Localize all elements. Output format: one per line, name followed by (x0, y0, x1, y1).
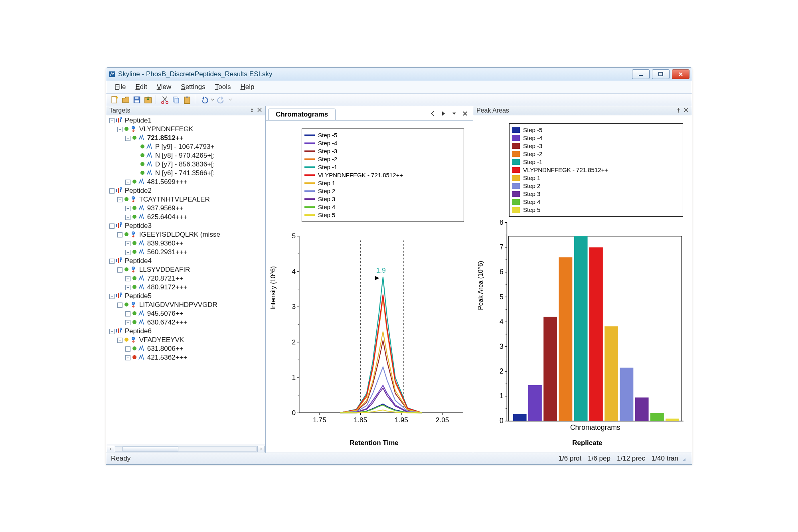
tree-peptide[interactable]: −P LITAIGDVVNHDPVVGDR+ 945.5076+++ 630.6… (117, 301, 265, 327)
close-button[interactable] (672, 69, 689, 79)
paste-icon[interactable] (183, 95, 192, 104)
chrom-chart[interactable]: 0123451.751.851.952.051.9 (279, 225, 469, 439)
peak-areas-header: Peak Areas (473, 106, 692, 115)
menu-tools[interactable]: Tools (215, 83, 231, 91)
status-prec: 1/12 prec (617, 455, 645, 463)
svg-rect-123 (604, 326, 618, 421)
peak-x-axis-label: Replicate (487, 439, 688, 447)
svg-rect-17 (120, 119, 121, 122)
peak-areas-title: Peak Areas (476, 107, 509, 114)
scroll-track[interactable] (115, 446, 257, 452)
targets-scrollbar[interactable] (106, 445, 265, 453)
targets-tree[interactable]: −P Peptide1−P VLYPNDNFFEGK− 721.8512++ P… (106, 115, 265, 445)
svg-rect-29 (116, 224, 117, 227)
svg-text:3: 3 (500, 342, 504, 350)
menu-view[interactable]: View (157, 83, 172, 91)
scroll-thumb[interactable] (122, 447, 178, 451)
tree-peptide[interactable]: −P VLYPNDNFFEGK− 721.8512++ P [y9] - 106… (117, 125, 265, 186)
tree-precursor[interactable]: + 625.6404+++ (125, 213, 265, 222)
tree-peptide[interactable]: −P TCAYTNHTVLPEALER+ 937.9569+++ 625.640… (117, 195, 265, 222)
legend-item: Step -1 (304, 163, 460, 171)
close-icon[interactable] (462, 111, 468, 118)
copy-icon[interactable] (172, 95, 180, 104)
tree-protein[interactable]: −P Peptide1−P VLYPNDNFFEGK− 721.8512++ P… (109, 116, 265, 186)
tree-precursor[interactable]: + 945.5076++ (125, 309, 265, 318)
tree-precursor[interactable]: + 480.9172+++ (125, 283, 265, 292)
close-icon[interactable] (683, 107, 689, 114)
new-icon[interactable] (110, 95, 119, 104)
tree-peptide[interactable]: −P LLSYVDDEAFIR+ 720.8721+++ 480.9172+++ (117, 265, 265, 292)
cut-icon[interactable] (160, 95, 169, 104)
close-icon[interactable] (257, 107, 262, 114)
titlebar: Skyline - PhosB_DiscretePeptides_Results… (106, 68, 692, 81)
next-arrow-icon[interactable] (440, 111, 446, 118)
menu-file[interactable]: File (115, 83, 126, 91)
tree-precursor[interactable]: + 481.5699+++ (125, 178, 265, 186)
tree-protein[interactable]: −P Peptide4−P LLSYVDDEAFIR+ 720.8721+++ … (109, 257, 265, 292)
import-icon[interactable] (144, 95, 152, 104)
tree-precursor[interactable]: + 720.8721++ (125, 274, 265, 283)
tree-precursor[interactable]: + 937.9569++ (125, 204, 265, 213)
svg-rect-14 (186, 96, 188, 98)
svg-rect-38 (120, 259, 121, 262)
tree-precursor[interactable]: + 421.5362+++ (125, 353, 265, 362)
redo-icon[interactable] (217, 95, 226, 104)
minimize-button[interactable] (632, 69, 650, 79)
tree-precursor[interactable]: + 630.6742+++ (125, 318, 265, 327)
tree-transition[interactable]: N [y8] - 970.4265+[: (133, 151, 265, 160)
svg-rect-15 (116, 119, 117, 122)
redo-dropdown-icon[interactable] (228, 95, 232, 104)
legend-item: Step -5 (304, 131, 460, 139)
svg-rect-117 (513, 414, 527, 421)
pin-icon[interactable] (676, 107, 681, 114)
menu-help[interactable]: Help (240, 83, 254, 91)
menu-settings[interactable]: Settings (181, 83, 205, 91)
scroll-right-icon[interactable] (257, 446, 265, 452)
undo-icon[interactable] (200, 95, 208, 104)
legend-item: Step 5 (304, 211, 460, 219)
svg-rect-51 (118, 328, 119, 333)
legend-item: Step -4 (304, 139, 460, 147)
maximize-button[interactable] (652, 69, 670, 79)
svg-point-129 (685, 458, 686, 459)
menu-edit[interactable]: Edit (135, 83, 147, 91)
svg-rect-125 (635, 398, 649, 421)
tree-precursor[interactable]: + 839.9360++ (125, 239, 265, 248)
status-bar: Ready 1/6 prot 1/6 pep 1/12 prec 1/40 tr… (106, 453, 692, 464)
svg-rect-6 (135, 100, 139, 103)
tree-protein[interactable]: −P Peptide2−P TCAYTNHTVLPEALER+ 937.9569… (109, 186, 265, 222)
client-area: Targets −P Peptide1−P VLYPNDNFFEGK− 721.… (106, 106, 692, 453)
pin-icon[interactable] (249, 107, 255, 114)
svg-rect-16 (118, 118, 119, 123)
peak-chart[interactable]: 012345678Chromatograms (487, 220, 688, 439)
tree-precursor[interactable]: + 560.2931+++ (125, 248, 265, 257)
chromatograms-tab[interactable]: Chromatograms (268, 109, 336, 120)
tree-transition[interactable]: N [y6] - 741.3566+[: (133, 169, 265, 178)
open-icon[interactable] (121, 95, 130, 104)
toolbar (106, 93, 692, 106)
svg-point-131 (685, 459, 686, 460)
tree-peptide[interactable]: −P IGEEYISDLDQLRK (misse+ 839.9360+++ 56… (117, 230, 265, 257)
tree-protein[interactable]: −P Peptide5−P LITAIGDVVNHDPVVGDR+ 945.50… (109, 292, 265, 327)
svg-text:5: 5 (292, 232, 296, 240)
dropdown-icon[interactable] (451, 111, 457, 118)
tree-transition[interactable]: P [y9] - 1067.4793+ (133, 142, 265, 151)
svg-rect-126 (650, 413, 664, 421)
legend-item: Step -4 (512, 134, 679, 142)
scroll-left-icon[interactable] (107, 446, 114, 452)
tree-protein[interactable]: −P Peptide3−P IGEEYISDLDQLRK (misse+ 839… (109, 222, 265, 257)
svg-text:2: 2 (292, 338, 296, 346)
svg-text:1.85: 1.85 (354, 416, 367, 424)
tree-precursor[interactable]: + 631.8006++ (125, 344, 265, 353)
undo-dropdown-icon[interactable] (211, 95, 215, 104)
svg-text:4: 4 (500, 317, 504, 325)
chromatograms-header: Chromatograms (266, 106, 473, 121)
resize-grip-icon[interactable] (681, 456, 687, 461)
chrom-x-axis-label: Retention Time (279, 439, 469, 447)
tree-transition[interactable]: D [y7] - 856.3836+[: (133, 160, 265, 169)
save-icon[interactable] (132, 95, 141, 104)
tree-protein[interactable]: −P Peptide6−P VFADYEEYVK+ 631.8006+++ 42… (109, 327, 265, 362)
tree-precursor[interactable]: − 721.8512++ P [y9] - 1067.4793+ N [y8] … (125, 134, 265, 178)
tree-peptide[interactable]: −P VFADYEEYVK+ 631.8006+++ 421.5362+++ (117, 336, 265, 362)
prev-arrow-icon[interactable] (430, 111, 436, 118)
